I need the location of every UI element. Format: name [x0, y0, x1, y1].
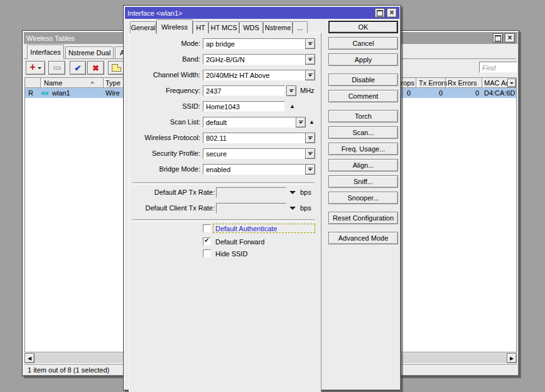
tab-ht[interactable]: HT [193, 21, 208, 33]
name-column-header[interactable]: Name [44, 79, 62, 87]
tab-nstreme-dual[interactable]: Nstreme Dual [65, 46, 114, 58]
dialog-maximize-button[interactable] [375, 8, 385, 18]
column-divider[interactable] [40, 78, 43, 88]
tx-errors-column-header[interactable]: Tx Errors [419, 79, 447, 87]
disable-icon: ✖ [92, 64, 99, 72]
scan-list-collapse-toggle[interactable]: ▲ [309, 117, 315, 128]
security-profile-value[interactable]: secure [203, 148, 305, 159]
comment-button-label: Comment [348, 92, 379, 100]
tab-ht-mcs[interactable]: HT MCS [208, 21, 239, 33]
freq-usage-button[interactable]: Freq. Usage... [328, 143, 398, 155]
remove-button[interactable] [48, 61, 65, 75]
tab-more[interactable]: ... [293, 21, 308, 33]
frequency-dropdown-button[interactable] [286, 85, 296, 96]
find-input[interactable] [479, 62, 517, 73]
mode-combo[interactable]: ap bridge [203, 38, 315, 49]
tab-interfaces[interactable]: Interfaces [27, 45, 64, 59]
security-profile-dropdown-button[interactable] [305, 148, 315, 159]
scroll-right-button[interactable]: ▶ [507, 353, 517, 363]
advanced-mode-button[interactable]: Advanced Mode [328, 232, 398, 244]
tab-nstreme-dual-label: Nstreme Dual [68, 49, 111, 57]
enable-button[interactable]: ✔ [70, 61, 86, 75]
tab-nstreme[interactable]: Nstreme [263, 21, 293, 33]
disable-button[interactable]: ✖ [87, 61, 104, 75]
tab-ht-mcs-label: HT MCS [211, 24, 237, 31]
reset-configuration-button[interactable]: Reset Configuration [328, 212, 398, 224]
row-rx-errors: 0 [454, 89, 479, 97]
align-button[interactable]: Align... [328, 159, 398, 172]
disable-button-dialog[interactable]: Disable [328, 74, 398, 86]
torch-button-label: Torch [355, 112, 372, 120]
wireless-protocol-combo[interactable]: 802.11 [203, 133, 315, 143]
band-dropdown-button[interactable] [305, 54, 315, 65]
ssid-input[interactable] [203, 101, 285, 112]
column-divider[interactable] [416, 78, 418, 88]
frequency-input[interactable] [203, 85, 285, 96]
close-icon: × [389, 9, 394, 16]
bridge-mode-combo[interactable]: enabled [203, 164, 315, 175]
frequency-label: Frequency: [129, 85, 200, 96]
maximize-icon [495, 35, 501, 41]
snooper-button-label: Snooper... [347, 194, 379, 202]
tab-general[interactable]: General [130, 21, 156, 33]
default-authenticate-checkbox[interactable] [203, 224, 211, 232]
scan-list-combo[interactable]: default [203, 117, 306, 128]
scan-list-dropdown-button[interactable] [296, 117, 306, 128]
default-authenticate-label[interactable]: Default Authenticate [213, 224, 315, 233]
security-profile-combo[interactable]: secure [203, 148, 315, 159]
snooper-button[interactable]: Snooper... [328, 192, 398, 204]
tab-ht-label: HT [196, 24, 205, 31]
advanced-mode-button-label: Advanced Mode [338, 234, 389, 242]
ok-button[interactable]: OK [328, 21, 398, 33]
tab-wds[interactable]: WDS [239, 21, 263, 33]
bridge-mode-value[interactable]: enabled [203, 164, 305, 175]
default-client-tx-rate-dropdown-icon[interactable] [289, 207, 296, 210]
default-client-tx-rate-unit: bps [300, 203, 311, 214]
close-button[interactable]: × [505, 33, 515, 43]
rx-errors-column-header[interactable]: Rx Errors [448, 79, 477, 87]
scan-button[interactable]: Scan... [328, 126, 398, 139]
apply-button[interactable]: Apply [328, 53, 398, 66]
tab-wireless-label: Wireless [161, 23, 188, 31]
cancel-button-label: Cancel [352, 40, 374, 47]
wireless-protocol-value[interactable]: 802.11 [203, 133, 305, 143]
default-forward-label[interactable]: Default Forward [213, 237, 315, 246]
wireless-protocol-dropdown-button[interactable] [305, 133, 315, 143]
bridge-mode-dropdown-button[interactable] [305, 164, 315, 175]
scroll-left-button[interactable]: ◀ [24, 353, 35, 363]
row-mac-address: D4:CA:6D:2 [484, 89, 515, 97]
scan-list-value[interactable]: default [203, 117, 296, 128]
row-tx-errors: 0 [418, 89, 443, 97]
hide-ssid-label[interactable]: Hide SSID [213, 249, 315, 258]
maximize-button[interactable] [493, 33, 503, 43]
mode-value[interactable]: ap bridge [203, 38, 305, 49]
ssid-collapse-toggle[interactable]: ▲ [289, 101, 295, 112]
dialog-close-button[interactable]: × [387, 8, 397, 18]
default-ap-tx-rate-dropdown-icon[interactable] [289, 191, 296, 194]
apply-button-label: Apply [355, 56, 372, 63]
type-column-header[interactable]: Type [105, 79, 121, 87]
channel-width-value[interactable]: 20/40MHz HT Above [203, 70, 305, 80]
comment-button-dialog[interactable]: Comment [328, 90, 398, 102]
channel-width-dropdown-button[interactable] [305, 70, 315, 80]
torch-button[interactable]: Torch [328, 110, 398, 122]
cancel-button[interactable]: Cancel [328, 37, 398, 50]
comment-button[interactable] [108, 61, 125, 75]
column-select-button[interactable] [507, 79, 516, 87]
default-forward-checkbox[interactable] [203, 237, 211, 246]
sort-ascending-icon [90, 81, 94, 84]
row-name: wlan1 [52, 89, 70, 97]
mode-dropdown-button[interactable] [305, 38, 315, 49]
close-icon: × [507, 34, 512, 41]
band-value[interactable]: 2GHz-B/G/N [203, 54, 305, 65]
sniff-button[interactable]: Sniff... [328, 175, 398, 188]
tab-more-label: ... [297, 24, 303, 31]
tab-nstreme-label: Nstreme [265, 24, 291, 31]
bridge-mode-label: Bridge Mode: [129, 164, 200, 175]
hide-ssid-checkbox[interactable] [203, 249, 211, 258]
add-button[interactable]: + [26, 61, 45, 75]
tab-wireless[interactable]: Wireless [156, 19, 193, 34]
channel-width-combo[interactable]: 20/40MHz HT Above [203, 70, 315, 80]
dialog-titlebar[interactable]: Interface <wlan1> × [125, 7, 399, 19]
band-combo[interactable]: 2GHz-B/G/N [203, 54, 315, 65]
